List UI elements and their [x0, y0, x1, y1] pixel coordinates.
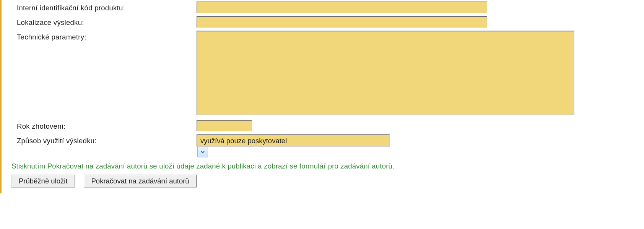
- label-internal-code: Interní identifikační kód produktu:: [17, 2, 197, 12]
- input-localization[interactable]: [197, 16, 487, 28]
- row-year: Rok zhotovení:: [2, 118, 644, 133]
- textarea-tech-params[interactable]: [197, 31, 574, 115]
- row-internal-code: Interní identifikační kód produktu:: [2, 0, 644, 15]
- row-tech-params: Technické parametry:: [2, 29, 644, 118]
- hint-text: Stisknutím Pokračovat na zadávání autorů…: [2, 159, 644, 173]
- chevron-down-icon[interactable]: [197, 147, 208, 157]
- label-usage: Způsob využití výsledku:: [17, 134, 197, 145]
- select-usage[interactable]: využívá pouze poskytovatel: [197, 134, 402, 157]
- label-year: Rok zhotovení:: [17, 120, 197, 131]
- row-usage: Způsob využití výsledku: využívá pouze p…: [2, 133, 644, 159]
- input-internal-code[interactable]: [197, 2, 487, 13]
- row-localization: Lokalizace výsledku:: [2, 15, 644, 29]
- form-page: Interní identifikační kód produktu: Loka…: [0, 0, 644, 193]
- continue-authors-button[interactable]: Pokračovat na zadávání autorů: [84, 175, 197, 187]
- label-localization: Lokalizace výsledku:: [17, 16, 197, 27]
- button-row: Průběžně uložit Pokračovat na zadávání a…: [2, 173, 644, 190]
- select-usage-value[interactable]: využívá pouze poskytovatel: [197, 134, 390, 147]
- input-year[interactable]: [197, 120, 252, 131]
- label-tech-params: Technické parametry:: [17, 31, 197, 41]
- save-draft-button[interactable]: Průběžně uložit: [11, 175, 75, 187]
